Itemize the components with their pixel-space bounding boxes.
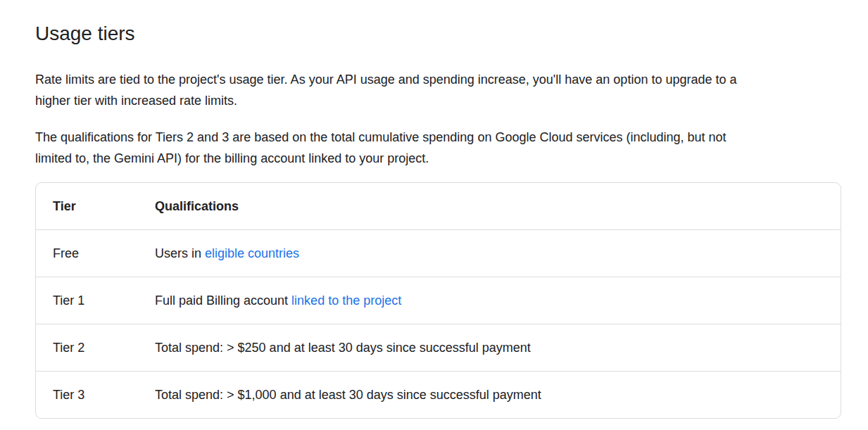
page-title: Usage tiers — [35, 21, 841, 46]
table-row-tier1: Tier 1 Full paid Billing account linked … — [36, 277, 841, 324]
linked-to-project-link[interactable]: linked to the project — [291, 293, 401, 308]
table-row-free: Free Users in eligible countries — [36, 229, 841, 277]
qualification-text: Full paid Billing account — [155, 293, 291, 308]
tier-column-header: Tier — [36, 183, 138, 229]
qualification-cell: Users in eligible countries — [138, 229, 841, 277]
usage-tiers-table: Tier Qualifications Free Users in eligib… — [35, 182, 841, 419]
tier-qualifications-paragraph: The qualifications for Tiers 2 and 3 are… — [35, 127, 841, 169]
qualification-text: Total spend: > $1,000 and at least 30 da… — [155, 388, 541, 402]
qualification-cell: Full paid Billing account linked to the … — [138, 277, 841, 324]
tier-cell: Tier 2 — [36, 324, 138, 371]
main-content: Usage tiers Rate limits are tied to the … — [35, 21, 841, 419]
eligible-countries-link[interactable]: eligible countries — [205, 246, 299, 260]
tier-cell: Tier 3 — [36, 371, 138, 418]
qualifications-column-header: Qualifications — [138, 183, 841, 229]
table-header-row: Tier Qualifications — [36, 183, 841, 229]
qualification-text: Users in — [155, 246, 205, 260]
rate-limits-intro-paragraph: Rate limits are tied to the project's us… — [35, 69, 841, 111]
tier-cell: Tier 1 — [36, 277, 138, 324]
qualification-cell: Total spend: > $250 and at least 30 days… — [138, 324, 841, 371]
tier-cell: Free — [36, 229, 138, 277]
table-row-tier2: Tier 2 Total spend: > $250 and at least … — [36, 324, 841, 371]
qualification-text: Total spend: > $250 and at least 30 days… — [155, 341, 531, 355]
qualification-cell: Total spend: > $1,000 and at least 30 da… — [138, 371, 841, 418]
table-row-tier3: Tier 3 Total spend: > $1,000 and at leas… — [36, 371, 841, 418]
